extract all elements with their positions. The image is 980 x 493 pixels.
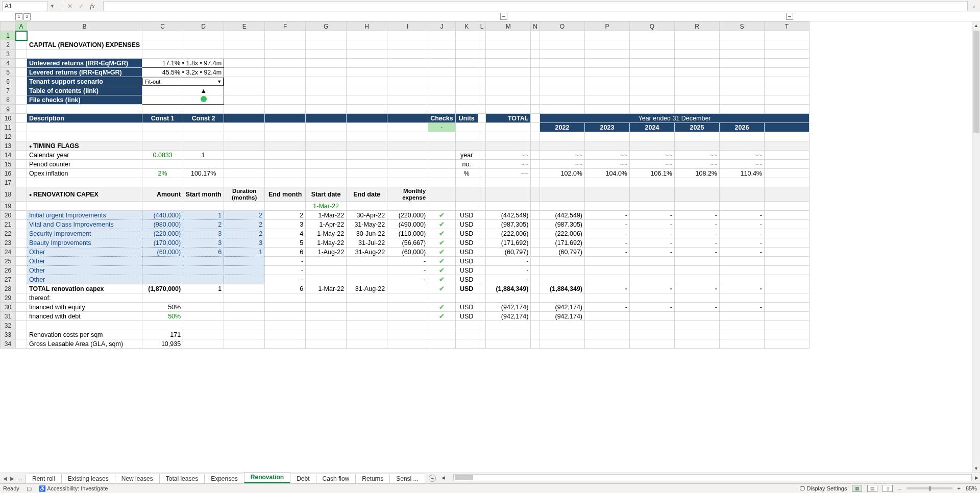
cell-N27[interactable] [531,275,540,284]
cell-T17[interactable] [765,178,810,187]
cell-P19[interactable] [585,202,630,211]
view-normal-icon[interactable]: ▦ [852,485,862,492]
cell-E19[interactable] [224,202,265,211]
hdr-year-2026[interactable]: 2026 [720,123,765,132]
cell-G1[interactable] [306,31,347,40]
cell-Q18[interactable] [630,187,675,202]
cell-Q17[interactable] [630,178,675,187]
cell-N18[interactable] [531,187,540,202]
capex-year[interactable]: - [585,229,630,238]
section-capex[interactable]: RENOVATION CAPEX [27,187,142,202]
cell-I13[interactable] [387,141,428,151]
cell-F29[interactable] [265,293,306,303]
capex-year[interactable]: - [720,248,765,257]
timing-c2[interactable] [183,160,224,169]
cell-L11[interactable] [478,123,486,132]
cell-N16[interactable] [531,169,540,178]
capex-year[interactable]: - [720,211,765,220]
timing-year[interactable]: ~~ [540,151,585,160]
timing-year[interactable]: ~~ [675,151,720,160]
cell-G11[interactable] [306,123,347,132]
cell-G8[interactable] [306,95,347,105]
capex-year[interactable]: - [630,229,675,238]
cell-D28[interactable]: 1 [183,284,224,293]
capex-unit[interactable]: USD [455,257,478,266]
cell-S4[interactable] [720,59,765,68]
capex-year[interactable] [540,257,585,266]
hdr-total[interactable]: TOTAL [486,114,531,123]
row-header-20[interactable]: 20 [1,211,16,220]
grid-scroll[interactable]: ABCDEFGHIJKLMNOPQRST12CAPITAL (RENOVATIO… [0,21,980,473]
cell-H1[interactable] [347,31,387,40]
cell-J4[interactable] [428,59,455,68]
row-header-18[interactable]: 18 [1,187,16,202]
column-header-J[interactable]: J [428,22,455,31]
cell-L1[interactable] [478,31,486,40]
column-header-B[interactable]: B [27,22,142,31]
cell-L23[interactable] [478,238,486,248]
financed-year[interactable]: (942,174) [540,303,585,312]
cell-T8[interactable] [765,95,810,105]
cell-S2[interactable] [720,40,765,50]
cell-N14[interactable] [531,151,540,160]
cell-O19[interactable] [540,202,585,211]
cell-L29[interactable] [478,293,486,303]
cell-T11[interactable] [765,123,810,132]
financed-year[interactable]: - [585,303,630,312]
cell-J8[interactable] [428,95,455,105]
cell-A24[interactable] [16,248,27,257]
cell-N3[interactable] [531,50,540,59]
cell-R3[interactable] [675,50,720,59]
capex-year[interactable] [585,257,630,266]
capex-total[interactable]: (442,549) [486,211,531,220]
capex-year[interactable] [675,257,720,266]
cell-N34[interactable] [531,339,540,349]
capex-total[interactable]: (222,006) [486,229,531,238]
outline-collapse-btn[interactable]: – [786,13,793,20]
cell-I19[interactable] [387,202,428,211]
cell-Q6[interactable] [630,77,675,86]
row-header-34[interactable]: 34 [1,339,16,349]
cell-G31[interactable] [306,312,347,321]
capex-em[interactable]: 6 [265,248,306,257]
cell-A7[interactable] [16,86,27,95]
cell-F28[interactable]: 6 [265,284,306,293]
capex-amount[interactable]: (60,000) [142,248,183,257]
timing-c1[interactable]: 2% [142,169,183,178]
capex-sm[interactable]: 1 [183,211,224,220]
cell-L21[interactable] [478,220,486,229]
capex-check[interactable]: ✔ [428,248,455,257]
scenario-cell[interactable]: Fit-out▼ [142,77,224,86]
cell-R9[interactable] [675,105,720,114]
hdr-monthly[interactable]: Monthly expense [387,187,428,202]
cell-R5[interactable] [675,68,720,77]
row-header-4[interactable]: 4 [1,59,16,68]
cell-B12[interactable] [27,132,142,141]
capex-sd[interactable]: 1-May-22 [306,229,347,238]
capex-dur[interactable]: 2 [224,220,265,229]
capex-total[interactable]: (60,797) [486,248,531,257]
cell-I6[interactable] [387,77,428,86]
row-header-3[interactable]: 3 [1,50,16,59]
column-header-G[interactable]: G [306,22,347,31]
file-checks-link[interactable]: File checks (link) [27,95,142,105]
capex-ed[interactable]: 31-Aug-22 [347,248,387,257]
cell-A33[interactable] [16,330,27,339]
cell-I1[interactable] [387,31,428,40]
cell-G4[interactable] [306,59,347,68]
cell-D34[interactable] [183,339,224,349]
cell-M4[interactable] [486,59,531,68]
cell-T3[interactable] [765,50,810,59]
scenario-dropdown[interactable]: Fit-out▼ [142,78,224,86]
cell-I12[interactable] [387,132,428,141]
cell-S17[interactable] [720,178,765,187]
column-header-Q[interactable]: Q [630,22,675,31]
cell-L20[interactable] [478,211,486,220]
cell-Q1[interactable] [630,31,675,40]
cell-L26[interactable] [478,266,486,275]
cell-I7[interactable] [387,86,428,95]
hdr-end-month[interactable]: End month [265,187,306,202]
timing-year[interactable]: 106.1% [630,169,675,178]
cell-P5[interactable] [585,68,630,77]
cell-G2[interactable] [306,40,347,50]
